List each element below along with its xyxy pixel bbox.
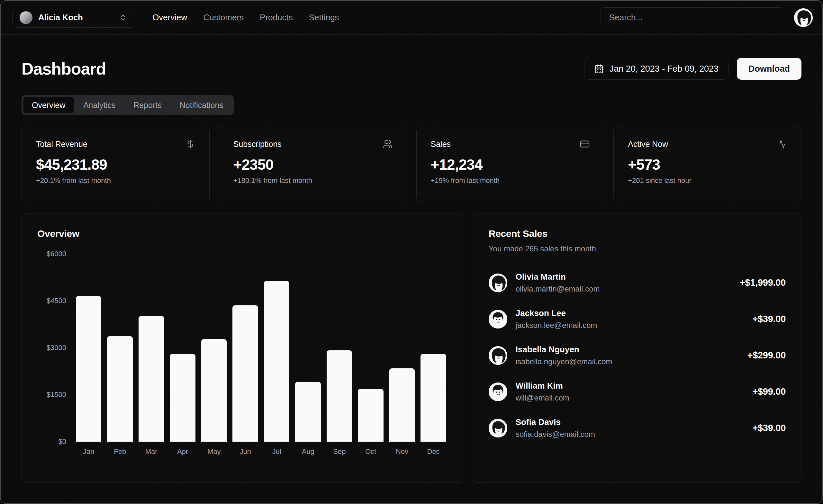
- tab-notifications[interactable]: Notifications: [171, 97, 232, 113]
- sale-amount: +$99.00: [752, 386, 786, 397]
- team-avatar: [20, 11, 32, 24]
- bar-oct: [358, 389, 383, 442]
- bar-sep: [327, 350, 352, 442]
- date-range-picker-button[interactable]: Jan 20, 2023 - Feb 09, 2023: [584, 58, 728, 80]
- y-axis-tick-label: $6000: [47, 250, 66, 258]
- sale-amount: +$1,999.00: [740, 278, 786, 288]
- customer-name: Sofia Davis: [516, 417, 595, 427]
- dashboard-window: Alicia Koch OverviewCustomersProductsSet…: [0, 0, 823, 504]
- customer-email: sofia.davis@email.com: [516, 430, 595, 439]
- team-switcher-button[interactable]: Alicia Koch: [12, 8, 134, 28]
- stat-card-header: Active Now: [628, 139, 787, 149]
- title-actions: Jan 20, 2023 - Feb 09, 2023 Download: [584, 58, 802, 80]
- chevrons-up-down-icon: [119, 14, 127, 21]
- customer-avatar: [489, 419, 507, 438]
- customer-avatar: [489, 274, 507, 292]
- customer-email: isabella.nguyen@email.com: [516, 357, 613, 366]
- bar-dec: [421, 354, 446, 442]
- sale-amount: +$299.00: [748, 350, 786, 361]
- stat-change: +19% from last month: [431, 176, 590, 185]
- credit-card-icon: [580, 139, 590, 149]
- stat-title: Sales: [431, 140, 451, 149]
- bar-column-jan: [76, 254, 101, 442]
- sale-amount: +$39.00: [752, 423, 786, 433]
- bar-may: [201, 339, 227, 442]
- bar-nov: [389, 368, 415, 442]
- x-axis-tick-label: Mar: [139, 448, 164, 456]
- bar-column-jul: [264, 254, 289, 442]
- customer-info: Isabella Nguyenisabella.nguyen@email.com: [516, 345, 613, 366]
- bar-column-dec: [421, 254, 446, 442]
- y-axis-tick-label: $0: [58, 438, 66, 446]
- page-title: Dashboard: [21, 59, 106, 78]
- stat-value: +2350: [233, 156, 392, 173]
- x-axis-tick-label: Apr: [170, 448, 195, 456]
- customer-email: olivia.martin@email.com: [516, 285, 600, 294]
- bar-column-apr: [170, 254, 195, 442]
- recent-sales-title: Recent Sales: [489, 228, 786, 239]
- customer-info: Sofia Davissofia.davis@email.com: [516, 417, 595, 439]
- recent-sales-subtitle: You made 265 sales this month.: [489, 244, 786, 253]
- customer-email: jackson.lee@email.com: [516, 321, 597, 330]
- tab-reports[interactable]: Reports: [125, 97, 170, 113]
- recent-sales-panel: Recent Sales You made 265 sales this mon…: [473, 213, 802, 483]
- x-axis-tick-label: Jan: [76, 448, 101, 456]
- customer-email: will@email.com: [516, 393, 569, 402]
- recent-sale-row-jackson-lee: Jackson Leejackson.lee@email.com+$39.00: [489, 308, 786, 330]
- bar-column-nov: [389, 254, 415, 442]
- customer-avatar: [489, 346, 507, 365]
- chart-y-axis: $6000$4500$3000$1500$0: [37, 254, 76, 442]
- customer-name: Isabella Nguyen: [516, 345, 613, 354]
- stat-title: Active Now: [628, 140, 668, 149]
- download-button[interactable]: Download: [737, 58, 802, 80]
- chart-panel-title: Overview: [37, 228, 446, 239]
- tab-analytics[interactable]: Analytics: [75, 97, 124, 113]
- stat-card-sales: Sales+12,234+19% from last month: [416, 126, 605, 202]
- tab-overview[interactable]: Overview: [23, 97, 73, 113]
- nav-item-products[interactable]: Products: [260, 13, 293, 22]
- stat-change: +20.1% from last month: [36, 176, 195, 185]
- bar-aug: [295, 382, 321, 442]
- stat-value: $45,231.89: [36, 156, 195, 173]
- dashboard-tabs: OverviewAnalyticsReportsNotifications: [21, 95, 234, 115]
- customer-name: Olivia Martin: [516, 272, 600, 282]
- calendar-icon: [594, 64, 604, 73]
- bar-apr: [170, 354, 195, 442]
- customer-avatar: [489, 310, 507, 329]
- recent-sale-row-isabella-nguyen: Isabella Nguyenisabella.nguyen@email.com…: [489, 345, 786, 366]
- team-name: Alicia Koch: [38, 13, 114, 22]
- bar-jul: [264, 281, 289, 442]
- recent-sale-row-olivia-martin: Olivia Martinolivia.martin@email.com+$1,…: [489, 272, 786, 294]
- bar-chart: $6000$4500$3000$1500$0 JanFebMarAprMayJu…: [37, 254, 446, 456]
- x-axis-tick-label: Aug: [295, 448, 321, 456]
- stat-value: +12,234: [431, 156, 590, 173]
- stat-title: Subscriptions: [233, 140, 282, 149]
- chart-x-axis: JanFebMarAprMayJunJulAugSepOctNovDec: [76, 448, 446, 456]
- customer-info: William Kimwill@email.com: [516, 381, 569, 402]
- bar-column-jun: [232, 254, 258, 442]
- y-axis-tick-label: $4500: [47, 297, 66, 305]
- activity-icon: [777, 139, 787, 149]
- x-axis-tick-label: May: [201, 448, 227, 456]
- x-axis-tick-label: Jun: [232, 448, 258, 456]
- nav-item-customers[interactable]: Customers: [203, 13, 244, 22]
- stat-card-active-now: Active Now+573+201 since last hour: [613, 126, 802, 202]
- bottom-panels-row: Overview $6000$4500$3000$1500$0 JanFebMa…: [21, 213, 802, 483]
- nav-item-settings[interactable]: Settings: [309, 13, 339, 22]
- x-axis-tick-label: Dec: [421, 448, 446, 456]
- y-axis-tick-label: $3000: [47, 344, 66, 352]
- user-menu-avatar[interactable]: [794, 8, 813, 27]
- x-axis-tick-label: Nov: [389, 448, 415, 456]
- stat-card-header: Subscriptions: [233, 139, 392, 149]
- bar-column-may: [201, 254, 227, 442]
- top-navigation-bar: Alicia Koch OverviewCustomersProductsSet…: [1, 1, 822, 35]
- stat-card-header: Sales: [431, 139, 590, 149]
- x-axis-tick-label: Sep: [327, 448, 352, 456]
- bar-column-sep: [327, 254, 352, 442]
- recent-sale-row-william-kim: William Kimwill@email.com+$99.00: [489, 381, 786, 402]
- stat-card-header: Total Revenue: [36, 139, 195, 149]
- sale-amount: +$39.00: [752, 314, 786, 324]
- search-input[interactable]: [601, 7, 785, 28]
- nav-item-overview[interactable]: Overview: [152, 13, 187, 22]
- bar-column-aug: [295, 254, 321, 442]
